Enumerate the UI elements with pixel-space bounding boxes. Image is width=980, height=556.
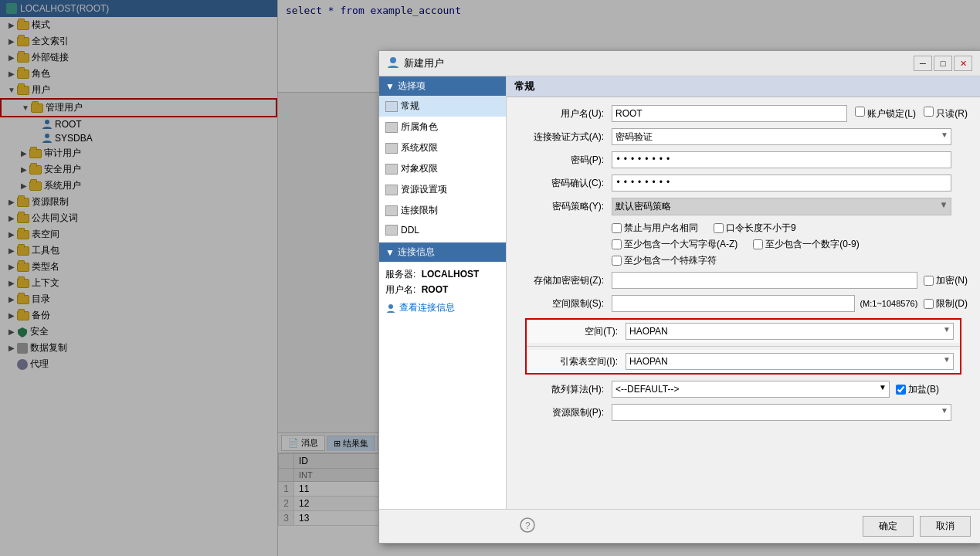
form-area: 用户名(U): 账户锁定(L) 只读(R) 连接验证方式(A) <box>507 97 980 435</box>
password-confirm-input[interactable] <box>612 175 951 192</box>
tablespace-select-wrapper: HAOPAN <box>626 323 954 340</box>
nav-item-label: 所属角色 <box>401 120 438 134</box>
view-conn-info-link[interactable]: 查看连接信息 <box>385 301 500 314</box>
section-title: 常规 <box>507 76 980 97</box>
nav-item-resource-settings[interactable]: 资源设置项 <box>379 179 506 200</box>
ok-button[interactable]: 确定 <box>863 516 914 537</box>
space-limit-checkbox[interactable] <box>924 299 934 309</box>
nav-item-label: 对象权限 <box>401 162 438 175</box>
nav-item-label: DDL <box>401 225 419 236</box>
ide-background: LOCALHOST(ROOT) ▶ 模式 ▶ 全文索引 ▶ 外部链接 ▶ <box>0 0 980 556</box>
check-label: 至少包含一个特殊字符 <box>624 254 717 267</box>
hash-select[interactable]: <--DEFAULT--> <box>612 381 890 398</box>
chevron-down-icon: ▼ <box>385 247 395 258</box>
maximize-button[interactable]: □ <box>934 56 952 71</box>
dialog-titlebar: 新建用户 ─ □ ✕ <box>379 51 980 76</box>
svg-text:?: ? <box>525 520 531 531</box>
hash-select-wrapper: <--DEFAULT--> ▼ <box>612 381 890 398</box>
strategy-checks: 禁止与用户名相同 口令长度不小于9 至少包含一个大写字母(A-Z) <box>612 222 968 267</box>
hash-row: 散列算法(H): <--DEFAULT--> ▼ 加盐(B) <box>519 381 968 398</box>
minimize-button[interactable]: ─ <box>914 56 932 71</box>
hash-label: 散列算法(H): <box>519 383 612 396</box>
index-tablespace-label: 引索表空间(I): <box>533 355 626 368</box>
nav-item-icon <box>385 225 398 236</box>
digit-checkbox[interactable] <box>753 239 763 249</box>
check-no-username[interactable]: 禁止与用户名相同 <box>612 222 698 235</box>
nav-item-obj-perms[interactable]: 对象权限 <box>379 158 506 179</box>
hash-salt-check[interactable]: 加盐(B) <box>896 383 939 396</box>
password-row: 密码(P): <box>519 151 968 168</box>
resource-limit-select-wrapper <box>612 404 951 421</box>
nav-item-general[interactable]: 常规 <box>379 96 506 117</box>
space-limit-label: 空间限制(S): <box>519 297 612 310</box>
index-tablespace-select[interactable]: HAOPAN <box>626 353 954 370</box>
nav-item-icon <box>385 101 398 112</box>
nav-item-sys-perms[interactable]: 系统权限 <box>379 137 506 158</box>
space-limit-check-label: 限制(D) <box>936 297 968 310</box>
space-limit-input[interactable] <box>612 295 855 312</box>
nav-item-roles[interactable]: 所属角色 <box>379 117 506 137</box>
dialog-body: ▼ 选择项 常规 所属角色 系统权限 对象权限 <box>379 76 980 509</box>
nav-item-label: 连接限制 <box>401 204 438 217</box>
encrypt-checkbox[interactable] <box>924 276 934 286</box>
chevron-down-icon: ▼ <box>385 81 395 92</box>
check-special[interactable]: 至少包含一个特殊字符 <box>612 254 717 267</box>
encrypt-label: 存储加密密钥(Z): <box>519 274 612 287</box>
close-button[interactable]: ✕ <box>954 56 972 71</box>
nav-section-label: 连接信息 <box>398 246 435 259</box>
encrypt-input[interactable] <box>612 272 917 289</box>
strategy-dropdown-arrow: ▼ <box>940 200 948 208</box>
no-username-checkbox[interactable] <box>612 223 622 233</box>
password-strategy-label: 密码策略(Y): <box>519 200 612 213</box>
nav-item-label: 资源设置项 <box>401 183 447 196</box>
check-label: 至少包含一个数字(0-9) <box>765 238 859 251</box>
nav-section-label: 选择项 <box>398 80 426 93</box>
strategy-check-row-1: 禁止与用户名相同 口令长度不小于9 <box>612 222 968 235</box>
check-uppercase[interactable]: 至少包含一个大写字母(A-Z) <box>612 238 738 251</box>
nav-item-icon <box>385 164 398 175</box>
index-tablespace-row: 引索表空间(I): HAOPAN <box>527 350 960 373</box>
help-icon[interactable]: ? <box>520 517 535 535</box>
nav-item-label: 系统权限 <box>401 141 438 154</box>
nav-item-icon <box>385 143 398 154</box>
min-length-checkbox[interactable] <box>714 223 724 233</box>
hash-salt-checkbox[interactable] <box>896 385 906 395</box>
auth-method-label: 连接验证方式(A): <box>519 131 612 144</box>
readonly-label: 只读(R) <box>936 108 968 119</box>
nav-section-conn-info[interactable]: ▼ 连接信息 <box>379 242 506 262</box>
cancel-button[interactable]: 取消 <box>920 516 971 537</box>
svg-point-2 <box>390 57 396 63</box>
lock-account-checkbox[interactable] <box>855 107 865 117</box>
check-label: 禁止与用户名相同 <box>624 222 698 235</box>
tablespace-select[interactable]: HAOPAN <box>626 323 954 340</box>
resource-limit-select[interactable] <box>612 404 951 421</box>
check-digit[interactable]: 至少包含一个数字(0-9) <box>753 238 859 251</box>
dialog-title-buttons: ─ □ ✕ <box>914 56 972 71</box>
uppercase-checkbox[interactable] <box>612 239 622 249</box>
password-input[interactable] <box>612 151 951 168</box>
user-dialog-icon <box>387 56 399 71</box>
check-min-length[interactable]: 口令长度不小于9 <box>714 222 796 235</box>
dialog-footer: ? 确定 取消 <box>379 509 980 543</box>
row-divider <box>527 346 960 347</box>
check-label: 至少包含一个大写字母(A-Z) <box>624 238 738 251</box>
dialog-content: 常规 用户名(U): 账户锁定(L) 只读(R) <box>507 76 980 509</box>
dialog-nav: ▼ 选择项 常规 所属角色 系统权限 对象权限 <box>379 76 507 509</box>
nav-section-options[interactable]: ▼ 选择项 <box>379 76 506 96</box>
readonly-checkbox[interactable] <box>924 107 934 117</box>
special-checkbox[interactable] <box>612 256 622 266</box>
readonly-check-area: 只读(R) <box>924 107 968 120</box>
nav-item-conn-limit[interactable]: 连接限制 <box>379 200 506 221</box>
nav-item-ddl[interactable]: DDL <box>379 221 506 239</box>
auth-method-row: 连接验证方式(A): 密码验证 <box>519 128 968 145</box>
nav-item-label: 常规 <box>401 100 419 113</box>
user-label: 用户名: <box>385 284 415 295</box>
lock-account-label: 账户锁定(L) <box>867 108 916 119</box>
space-limit-check[interactable]: 限制(D) <box>924 297 968 310</box>
encrypt-check[interactable]: 加密(N) <box>924 274 968 287</box>
server-value: LOCALHOST <box>422 269 480 280</box>
username-input[interactable] <box>612 105 847 122</box>
resource-limit-label: 资源限制(P): <box>519 406 612 419</box>
auth-method-select[interactable]: 密码验证 <box>612 128 951 145</box>
tablespace-row: 空间(T): HAOPAN <box>527 320 960 343</box>
